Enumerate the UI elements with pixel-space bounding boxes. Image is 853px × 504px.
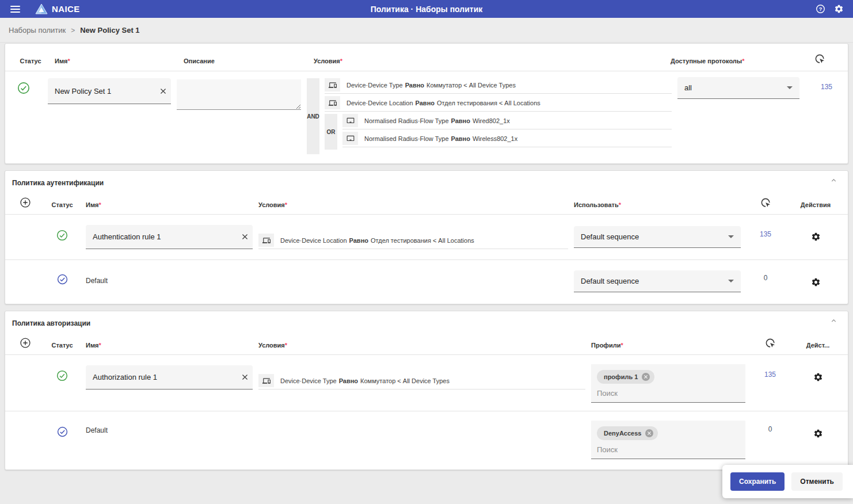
policy-set-row: AND Device·Device TypeРавноКоммутатор < … [5,71,848,163]
breadcrumb-parent-link[interactable]: Наборы политик [9,26,66,35]
profile-chip: DenyAccess [597,426,658,440]
help-icon[interactable]: ? [816,4,825,14]
add-rule-button[interactable] [12,329,39,354]
collapse-icon[interactable] [830,317,837,324]
svg-text:?: ? [819,6,822,12]
use-sequence-select[interactable]: Default sequence [574,270,741,292]
profiles-search-placeholder: Поиск [597,389,740,398]
condition-row[interactable]: Normalised Radius·Flow TypeРавноWired802… [342,114,672,129]
column-profiles: Профили* [591,333,745,354]
column-name: Имя* [86,333,253,354]
authentication-policy-card: Политика аутентификации Статус Имя* Усло… [5,170,848,304]
hits-count[interactable]: 0 [747,274,785,282]
rule-name-input[interactable] [93,232,241,241]
row-actions-gear-icon[interactable] [790,277,841,287]
add-rule-button[interactable] [12,188,39,214]
device-icon [325,96,340,109]
column-protocols: Доступные протоколы* [671,48,793,71]
column-status: Статус [12,48,49,71]
gear-icon[interactable] [834,4,844,14]
hits-icon [751,329,789,354]
column-conditions: Условия* [258,193,568,214]
collapse-icon[interactable] [830,177,837,184]
condition-row[interactable]: Normalised Radius·Flow TypeРавноWireless… [342,132,672,147]
chevron-down-icon [728,235,734,238]
hits-icon [798,44,841,71]
authorization-rule-row: Device·Device TypeРавноКоммутатор < All … [5,355,848,411]
hits-count[interactable]: 135 [805,83,848,154]
brand-name: NAICE [52,4,80,14]
column-name: Имя* [55,48,178,71]
clear-name-icon[interactable] [241,373,249,381]
row-actions-gear-icon[interactable] [795,429,841,438]
clear-name-icon[interactable] [241,232,249,241]
page-title: Политика · Наборы политик [371,5,483,14]
flow-icon [342,114,358,127]
policy-set-name-input[interactable] [55,87,159,96]
policy-set-name-field[interactable] [48,78,171,104]
row-actions-gear-icon[interactable] [795,372,841,382]
status-check-icon[interactable] [5,77,42,154]
column-name: Имя* [86,193,253,214]
device-icon [258,374,274,387]
default-rule-label: Default [86,426,253,434]
breadcrumb-separator: > [71,26,75,35]
cancel-button[interactable]: Отменить [791,472,843,491]
protocols-select[interactable]: all [677,77,799,99]
authorization-header-row: Статус Имя* Условия* Профили* Дейст... [5,329,848,355]
hits-count[interactable]: 135 [751,371,789,379]
status-check-icon[interactable] [44,267,80,285]
hits-icon [747,189,785,214]
chevron-down-icon [787,86,793,89]
condition-row[interactable]: Device·Device LocationРавноОтдел тестиро… [325,96,672,112]
hits-count[interactable]: 0 [751,425,789,433]
breadcrumb-current: New Policy Set 1 [80,26,139,35]
policy-set-description-input[interactable] [177,79,301,110]
rule-name-field[interactable] [86,225,253,249]
authorization-title: Политика авторизации [5,311,848,329]
policy-set-conditions: AND Device·Device TypeРавноКоммутатор < … [307,78,672,154]
profiles-field[interactable]: профиль 1 Поиск [591,364,745,403]
use-sequence-select[interactable]: Default sequence [574,226,741,248]
condition-row[interactable]: Device·Device TypeРавноКоммутатор < All … [325,78,672,94]
remove-chip-icon[interactable] [642,373,650,381]
policy-set-card: Статус Имя* Описание Условия* Доступные … [5,43,848,164]
authorization-default-row: Default DenyAccess Поиск 0 [5,411,848,469]
profiles-field[interactable]: DenyAccess Поиск [591,421,745,459]
flow-icon [342,132,358,145]
authentication-rule-row: Device·Device LocationРавноОтдел тестиро… [5,215,848,259]
authentication-title: Политика аутентификации [5,171,848,188]
column-actions: Действия [790,193,841,214]
column-status: Статус [44,193,80,214]
hits-count[interactable]: 135 [747,230,785,238]
or-operator[interactable]: OR [325,114,337,150]
profiles-search-placeholder: Поиск [597,445,740,454]
remove-chip-icon[interactable] [645,429,653,437]
status-check-icon[interactable] [44,222,80,241]
save-button[interactable]: Сохранить [730,472,785,491]
device-icon [325,78,340,91]
menu-icon[interactable] [9,3,21,15]
device-icon [258,234,274,247]
naice-logo-icon [35,3,48,14]
status-check-icon[interactable] [44,418,80,437]
rule-name-input[interactable] [93,373,241,381]
condition-row[interactable]: Device·Device LocationРавноОтдел тестиро… [258,234,568,249]
authentication-default-row: Default Default sequence 0 [5,259,848,304]
row-actions-gear-icon[interactable] [790,232,841,242]
condition-row[interactable]: Device·Device TypeРавноКоммутатор < All … [258,374,585,390]
column-conditions: Условия* [258,333,585,354]
clear-name-icon[interactable] [159,87,167,96]
brand: NAICE [35,3,80,14]
save-bar: Сохранить Отменить [722,465,853,498]
chevron-down-icon [728,280,734,282]
column-description: Описание [184,48,308,71]
and-operator[interactable]: AND [307,78,319,154]
status-check-icon[interactable] [44,362,80,381]
profile-chip: профиль 1 [597,370,654,384]
authentication-header-row: Статус Имя* Условия* Использовать* Дейст… [5,188,848,215]
default-rule-label: Default [86,277,253,285]
rule-name-field[interactable] [86,365,253,390]
authorization-policy-card: Политика авторизации Статус Имя* Условия… [5,311,848,470]
app-bar: NAICE Политика · Наборы политик ? [0,0,853,18]
